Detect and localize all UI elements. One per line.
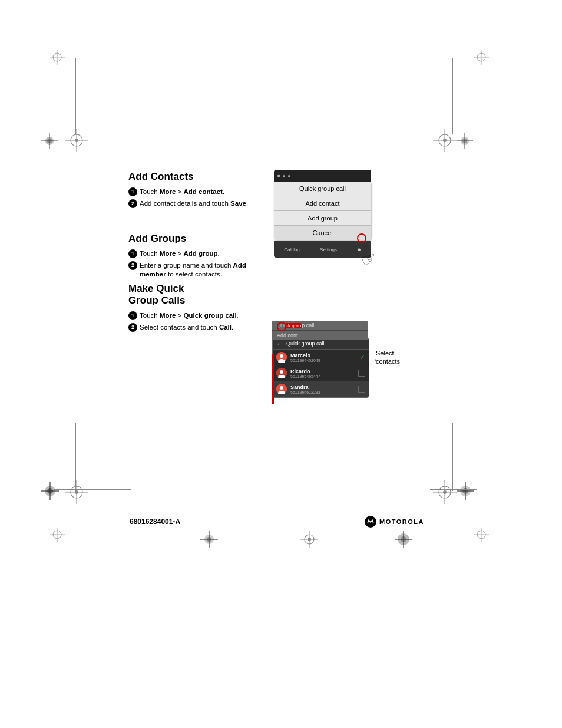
quick-group-heading: Make QuickGroup Calls	[128, 283, 270, 307]
reg-far-tr	[474, 50, 489, 67]
reg-line-v-br	[452, 423, 453, 491]
step1-text: Touch More > Add contact.	[140, 187, 269, 197]
quick-step2: 2 Select contacts and touch Call.	[128, 323, 270, 332]
part-number: 68016284001-A	[130, 518, 180, 526]
phone-top-partial: Quick group call Add cont...	[272, 321, 368, 340]
phone-header-1: ■ ▲ ●	[274, 170, 371, 182]
contact-info-sandra: Sandra 5511966612233	[290, 384, 358, 394]
contact-row-ricardo: Ricardo 5511965465447	[273, 365, 369, 381]
quick-step1: 1 Touch More > Quick group call.	[128, 311, 270, 321]
contact-num-ricardo: 5511965465447	[290, 374, 358, 378]
add-cont-top-item: Add cont...	[272, 331, 368, 340]
check-marcelo: ✓	[359, 353, 365, 361]
phone-bottom-bar-1: Call log Settings ●	[274, 241, 371, 258]
contact-name-ricardo: Ricardo	[290, 368, 358, 374]
svg-point-33	[280, 354, 283, 358]
motorola-m-icon	[365, 516, 376, 528]
reg-mark-br	[433, 480, 457, 506]
contact-name-sandra: Sandra	[290, 384, 358, 390]
reg-line-v-bl	[75, 423, 76, 491]
contact-row-marcelo: Marcelo 5511964402049 ✓	[273, 350, 369, 365]
reg-far-tl	[50, 50, 65, 67]
check-box-ricardo	[358, 370, 365, 377]
add-groups-step1: 1 Touch More > Add group.	[128, 249, 269, 259]
select-arrow: ←	[373, 356, 380, 363]
contact-row-sandra: Sandra 5511966612233	[273, 381, 369, 397]
reg-line-h-bl	[54, 489, 131, 490]
contact-num-sandra: 5511966612233	[290, 390, 358, 394]
menu-item-add-contact: Add contact	[274, 196, 371, 211]
svg-point-61	[308, 538, 311, 541]
svg-point-7	[443, 139, 447, 142]
avatar-marcelo	[276, 352, 287, 363]
phone-status-1: ■ ▲ ●	[277, 173, 290, 179]
svg-point-15	[443, 490, 447, 494]
reg-far-bl	[50, 528, 65, 544]
reg-line-h-br	[430, 489, 477, 490]
reg-line-h-tl	[54, 136, 131, 136]
reg-bottom-left	[200, 531, 218, 550]
red-circle-1	[357, 233, 366, 243]
settings-icon: Settings	[320, 247, 337, 252]
groups-step2-num: 2	[128, 261, 137, 270]
contact-num-marcelo: 5511964402049	[290, 358, 359, 363]
add-groups-section: Add Groups 1 Touch More > Add group. 2 E…	[128, 233, 269, 282]
motorola-text: MOTOROLA	[379, 518, 424, 525]
contact-name-marcelo: Marcelo	[290, 353, 359, 358]
add-contacts-heading: Add Contacts	[128, 171, 269, 183]
avatar-sandra	[276, 384, 287, 394]
quick-step2-text: Select contacts and touch Call.	[140, 323, 270, 332]
svg-point-3	[75, 139, 78, 142]
quick-group-section: Make QuickGroup Calls 1 Touch More > Qui…	[128, 283, 270, 334]
contact-info-ricardo: Ricardo 5511965465447	[290, 368, 358, 378]
groups-step1-num: 1	[128, 249, 137, 258]
phone-screenshot-1: ■ ▲ ● Quick group call Add contact Add g…	[274, 170, 371, 258]
groups-step2-text: Enter a group name and touch Add member …	[140, 261, 269, 279]
reg-line-v-tl	[75, 58, 76, 134]
add-contacts-step2: 2 Add contact details and touch Save.	[128, 199, 269, 209]
check-box-sandra	[358, 386, 365, 393]
step2-num: 2	[128, 199, 137, 208]
phone-screenshot-2: ← Quick group call Marcelo 5511964402049…	[272, 338, 369, 398]
add-groups-heading: Add Groups	[128, 233, 269, 245]
avatar-ricardo	[276, 368, 287, 378]
call-log-icon: Call log	[284, 247, 300, 252]
contact-info-marcelo: Marcelo 5511964402049	[290, 353, 359, 363]
svg-point-39	[280, 386, 283, 390]
motorola-logo: MOTOROLA	[365, 516, 424, 528]
reg-mark-tl	[65, 129, 88, 154]
groups-step1-text: Touch More > Add group.	[140, 249, 269, 259]
reg-mark-bl	[65, 480, 88, 506]
svg-point-36	[280, 370, 283, 374]
reg-line-h-tr	[430, 136, 477, 136]
reg-far-br	[474, 528, 489, 544]
quick-step1-text: Touch More > Quick group call.	[140, 311, 270, 321]
add-contacts-section: Add Contacts 1 Touch More > Add contact.…	[128, 171, 269, 210]
quick-step1-num: 1	[128, 311, 137, 320]
reg-mark-corner-bl	[41, 482, 59, 502]
hand-cursor-1: ☞	[358, 246, 380, 271]
footer: 68016284001-A MOTOROLA	[130, 516, 424, 528]
red-circle-top	[277, 322, 286, 331]
reg-mark-tr	[433, 129, 457, 154]
menu-item-add-group: Add group	[274, 211, 371, 226]
phone-title: Quick group call	[286, 341, 325, 347]
reg-bottom-right	[395, 531, 412, 550]
add-groups-step2: 2 Enter a group name and touch Add membe…	[128, 261, 269, 279]
step2-text: Add contact details and touch Save.	[140, 199, 269, 209]
reg-mark-corner-br	[457, 482, 474, 502]
phone-menu-box: Quick group call Add contact Add group C…	[274, 182, 371, 240]
red-side-bar	[272, 354, 274, 404]
menu-item-quick: Quick group call	[274, 182, 371, 196]
reg-bottom-mid	[300, 531, 318, 550]
back-arrow: ←	[276, 340, 283, 347]
quick-group-top-item: Quick group call	[272, 321, 368, 331]
reg-line-v-tr	[452, 58, 453, 134]
add-contacts-step1: 1 Touch More > Add contact.	[128, 187, 269, 197]
step1-num: 1	[128, 187, 137, 196]
quick-step2-num: 2	[128, 323, 137, 332]
